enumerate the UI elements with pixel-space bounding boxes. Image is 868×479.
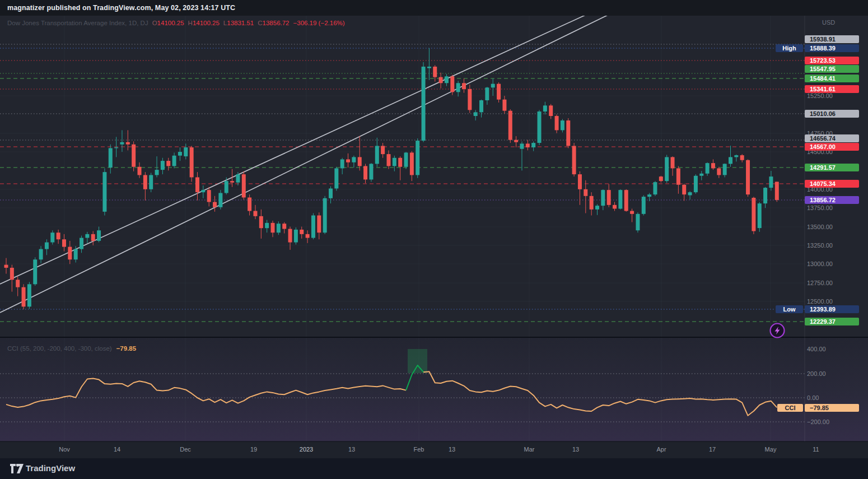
candle-body [775,182,779,200]
candle-body [549,105,553,116]
candle-body [613,205,617,209]
candle-body [462,83,466,89]
candle-body [288,229,292,243]
attribution-bar: magnatizer published on TradingView.com,… [0,0,868,16]
change-value: −306.19 (−2.16%) [293,20,345,26]
candle-body [508,111,512,140]
time-axis-label[interactable]: Mar [524,446,535,453]
candle-body [618,190,622,208]
price-badge: 12393.89 [805,305,859,313]
candle-body [758,203,762,228]
time-axis-label[interactable]: Apr [656,446,666,453]
time-axis-label[interactable]: 13 [348,446,355,453]
time-axis-strip[interactable] [0,441,868,458]
ohlc-number: 14100.25 [157,20,184,26]
candle-body [166,161,170,166]
candle-body [659,176,663,181]
candle-body [671,157,675,168]
candle-body [375,146,379,164]
time-axis-label[interactable]: May [765,446,777,453]
candle-body [711,163,715,168]
candle-body [416,141,419,175]
price-badge: 12229.37 [805,318,859,325]
price-pane[interactable] [0,16,868,337]
candle-body [248,197,251,211]
candle-body [85,234,89,238]
candle-body [33,259,37,284]
candle-body [340,159,344,168]
ohlc-number: 13856.72 [263,20,290,26]
tradingview-logo-icon[interactable] [10,463,24,474]
candle-body [27,284,31,306]
candle-body [699,174,703,176]
chart-canvas[interactable] [0,0,868,479]
ohlc-values: O14100.25H14100.25L13831.51C13856.72 [148,20,290,26]
candle-body [520,143,524,148]
candle-body [352,157,356,162]
price-badge: 15010.06 [805,110,859,118]
lightning-icon[interactable] [771,324,785,338]
price-axis-tick: 15250.00 [807,92,858,99]
candle-body [102,172,106,212]
price-badge: 14075.34 [805,180,859,188]
time-axis-label[interactable]: 19 [250,446,257,453]
candle-body [561,120,564,130]
candle-body [433,67,437,77]
time-axis-label[interactable]: 14 [114,446,120,453]
candle-body [595,206,599,210]
candle-body [706,163,710,174]
cci-pane[interactable] [0,337,868,441]
candle-body [50,232,54,242]
candle-body [57,232,60,239]
symbol-legend[interactable]: Dow Jones Transportation Average Index, … [7,20,345,26]
candle-body [422,67,426,141]
candle-body [746,160,750,194]
candle-body [358,157,362,166]
time-axis-label[interactable]: 13 [572,446,579,453]
candle-body [277,224,281,232]
candle-body [39,249,43,260]
ohlc-number: 14100.25 [193,20,220,26]
candle-body [149,175,153,189]
candle-body [740,155,744,160]
candle-body [271,223,275,232]
candle-body [161,161,165,170]
candle-body [218,193,222,207]
price-axis-tick: 13750.00 [807,204,858,211]
cci-signal-box[interactable] [408,349,427,373]
candle-body [497,84,501,100]
cci-axis-tick: −200.00 [807,418,858,425]
candle-body [213,202,217,207]
price-badge-tag: High [776,44,803,52]
candle-body [647,194,651,197]
candle-body [346,159,350,162]
time-axis-label[interactable]: Nov [59,446,70,453]
price-axis-tick: 12500.00 [807,298,858,305]
cci-legend[interactable]: CCI (55, 200, -200, 400, -300, close)−79… [7,345,136,352]
tradingview-brand[interactable]: TradingView [26,463,75,473]
footer-bar: TradingView [0,458,868,479]
time-axis-label[interactable]: Feb [414,446,424,453]
candle-body [91,234,95,241]
candle-body [225,181,228,193]
candle-body [22,287,26,307]
price-axis-tick: 13000.00 [807,261,858,267]
time-axis-label[interactable]: 17 [709,446,716,453]
candle-body [329,188,333,198]
attribution-text: magnatizer published on TradingView.com,… [7,0,235,16]
candle-body [306,234,310,238]
candle-body [682,185,686,194]
time-axis-label[interactable]: 11 [813,446,819,453]
price-badge: 15341.61 [805,85,859,93]
candle-body [242,174,246,197]
cci-value: −79.85 [116,345,137,352]
candle-body [178,152,182,156]
time-axis-label[interactable]: 13 [449,446,455,453]
candle-body [584,189,587,196]
time-axis-label[interactable]: 2023 [300,446,313,453]
candle-body [109,148,113,168]
time-axis-label[interactable]: Dec [180,446,191,453]
candle-body [311,216,315,238]
candle-body [653,182,657,194]
candle-body [253,211,257,216]
